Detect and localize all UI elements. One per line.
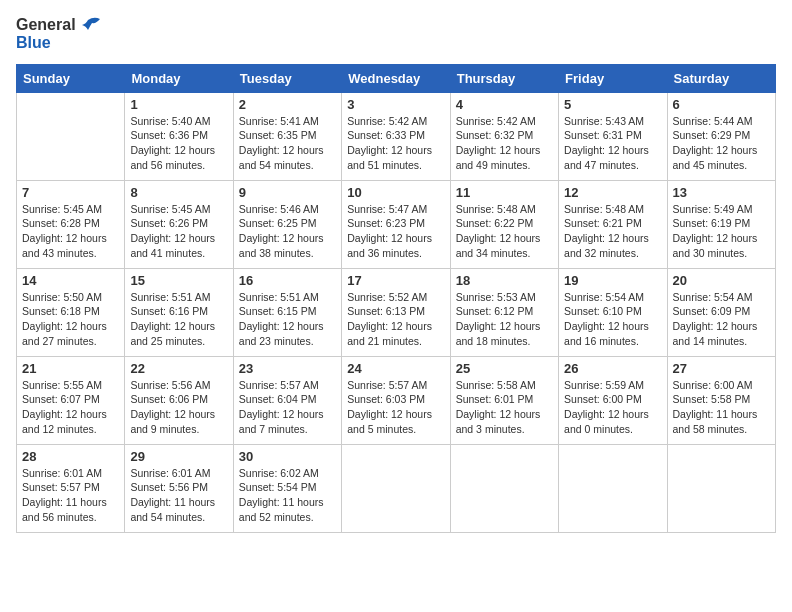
day-info: Sunrise: 5:57 AMSunset: 6:03 PMDaylight:…: [347, 378, 444, 437]
day-info: Sunrise: 5:46 AMSunset: 6:25 PMDaylight:…: [239, 202, 336, 261]
weekday-header: Saturday: [667, 64, 775, 92]
calendar-cell: 22Sunrise: 5:56 AMSunset: 6:06 PMDayligh…: [125, 356, 233, 444]
calendar-cell: 4Sunrise: 5:42 AMSunset: 6:32 PMDaylight…: [450, 92, 558, 180]
day-number: 10: [347, 185, 444, 200]
day-number: 14: [22, 273, 119, 288]
logo: General Blue: [16, 16, 100, 52]
calendar-cell: 1Sunrise: 5:40 AMSunset: 6:36 PMDaylight…: [125, 92, 233, 180]
day-info: Sunrise: 5:50 AMSunset: 6:18 PMDaylight:…: [22, 290, 119, 349]
calendar-cell: 6Sunrise: 5:44 AMSunset: 6:29 PMDaylight…: [667, 92, 775, 180]
calendar-cell: 13Sunrise: 5:49 AMSunset: 6:19 PMDayligh…: [667, 180, 775, 268]
weekday-header: Monday: [125, 64, 233, 92]
calendar-cell: 25Sunrise: 5:58 AMSunset: 6:01 PMDayligh…: [450, 356, 558, 444]
calendar-cell: 12Sunrise: 5:48 AMSunset: 6:21 PMDayligh…: [559, 180, 667, 268]
calendar-cell: 28Sunrise: 6:01 AMSunset: 5:57 PMDayligh…: [17, 444, 125, 532]
calendar-cell: 17Sunrise: 5:52 AMSunset: 6:13 PMDayligh…: [342, 268, 450, 356]
day-info: Sunrise: 5:40 AMSunset: 6:36 PMDaylight:…: [130, 114, 227, 173]
day-number: 21: [22, 361, 119, 376]
calendar-cell: [559, 444, 667, 532]
weekday-header-row: SundayMondayTuesdayWednesdayThursdayFrid…: [17, 64, 776, 92]
day-info: Sunrise: 5:54 AMSunset: 6:09 PMDaylight:…: [673, 290, 770, 349]
day-number: 18: [456, 273, 553, 288]
calendar-cell: 8Sunrise: 5:45 AMSunset: 6:26 PMDaylight…: [125, 180, 233, 268]
day-number: 6: [673, 97, 770, 112]
day-number: 9: [239, 185, 336, 200]
logo-general: General: [16, 16, 76, 34]
day-info: Sunrise: 5:51 AMSunset: 6:16 PMDaylight:…: [130, 290, 227, 349]
calendar-cell: 10Sunrise: 5:47 AMSunset: 6:23 PMDayligh…: [342, 180, 450, 268]
day-number: 19: [564, 273, 661, 288]
day-number: 2: [239, 97, 336, 112]
calendar-cell: [342, 444, 450, 532]
calendar-table: SundayMondayTuesdayWednesdayThursdayFrid…: [16, 64, 776, 533]
week-row: 14Sunrise: 5:50 AMSunset: 6:18 PMDayligh…: [17, 268, 776, 356]
day-number: 13: [673, 185, 770, 200]
day-number: 22: [130, 361, 227, 376]
calendar-cell: [667, 444, 775, 532]
day-number: 12: [564, 185, 661, 200]
day-info: Sunrise: 5:56 AMSunset: 6:06 PMDaylight:…: [130, 378, 227, 437]
calendar-cell: 16Sunrise: 5:51 AMSunset: 6:15 PMDayligh…: [233, 268, 341, 356]
day-number: 17: [347, 273, 444, 288]
calendar-cell: 5Sunrise: 5:43 AMSunset: 6:31 PMDaylight…: [559, 92, 667, 180]
calendar-cell: 9Sunrise: 5:46 AMSunset: 6:25 PMDaylight…: [233, 180, 341, 268]
day-number: 29: [130, 449, 227, 464]
day-number: 25: [456, 361, 553, 376]
day-info: Sunrise: 6:01 AMSunset: 5:56 PMDaylight:…: [130, 466, 227, 525]
week-row: 1Sunrise: 5:40 AMSunset: 6:36 PMDaylight…: [17, 92, 776, 180]
calendar-cell: 2Sunrise: 5:41 AMSunset: 6:35 PMDaylight…: [233, 92, 341, 180]
day-info: Sunrise: 5:45 AMSunset: 6:26 PMDaylight:…: [130, 202, 227, 261]
calendar-cell: 11Sunrise: 5:48 AMSunset: 6:22 PMDayligh…: [450, 180, 558, 268]
day-number: 20: [673, 273, 770, 288]
day-info: Sunrise: 5:42 AMSunset: 6:33 PMDaylight:…: [347, 114, 444, 173]
day-number: 28: [22, 449, 119, 464]
calendar-cell: 29Sunrise: 6:01 AMSunset: 5:56 PMDayligh…: [125, 444, 233, 532]
day-number: 16: [239, 273, 336, 288]
week-row: 7Sunrise: 5:45 AMSunset: 6:28 PMDaylight…: [17, 180, 776, 268]
day-info: Sunrise: 5:48 AMSunset: 6:22 PMDaylight:…: [456, 202, 553, 261]
weekday-header: Thursday: [450, 64, 558, 92]
day-info: Sunrise: 5:43 AMSunset: 6:31 PMDaylight:…: [564, 114, 661, 173]
calendar-cell: 30Sunrise: 6:02 AMSunset: 5:54 PMDayligh…: [233, 444, 341, 532]
day-info: Sunrise: 5:57 AMSunset: 6:04 PMDaylight:…: [239, 378, 336, 437]
day-info: Sunrise: 5:45 AMSunset: 6:28 PMDaylight:…: [22, 202, 119, 261]
calendar-cell: [17, 92, 125, 180]
weekday-header: Friday: [559, 64, 667, 92]
calendar-cell: 21Sunrise: 5:55 AMSunset: 6:07 PMDayligh…: [17, 356, 125, 444]
day-info: Sunrise: 5:55 AMSunset: 6:07 PMDaylight:…: [22, 378, 119, 437]
logo-bird-icon: [78, 16, 100, 34]
calendar-cell: 3Sunrise: 5:42 AMSunset: 6:33 PMDaylight…: [342, 92, 450, 180]
page-header: General Blue: [16, 16, 776, 52]
day-info: Sunrise: 5:47 AMSunset: 6:23 PMDaylight:…: [347, 202, 444, 261]
day-info: Sunrise: 5:51 AMSunset: 6:15 PMDaylight:…: [239, 290, 336, 349]
calendar-cell: 7Sunrise: 5:45 AMSunset: 6:28 PMDaylight…: [17, 180, 125, 268]
week-row: 28Sunrise: 6:01 AMSunset: 5:57 PMDayligh…: [17, 444, 776, 532]
day-number: 1: [130, 97, 227, 112]
calendar-cell: 24Sunrise: 5:57 AMSunset: 6:03 PMDayligh…: [342, 356, 450, 444]
day-number: 30: [239, 449, 336, 464]
calendar-cell: 27Sunrise: 6:00 AMSunset: 5:58 PMDayligh…: [667, 356, 775, 444]
day-info: Sunrise: 5:49 AMSunset: 6:19 PMDaylight:…: [673, 202, 770, 261]
weekday-header: Sunday: [17, 64, 125, 92]
calendar-cell: 23Sunrise: 5:57 AMSunset: 6:04 PMDayligh…: [233, 356, 341, 444]
calendar-cell: 20Sunrise: 5:54 AMSunset: 6:09 PMDayligh…: [667, 268, 775, 356]
day-info: Sunrise: 5:52 AMSunset: 6:13 PMDaylight:…: [347, 290, 444, 349]
day-number: 11: [456, 185, 553, 200]
calendar-cell: 14Sunrise: 5:50 AMSunset: 6:18 PMDayligh…: [17, 268, 125, 356]
day-info: Sunrise: 5:44 AMSunset: 6:29 PMDaylight:…: [673, 114, 770, 173]
day-number: 4: [456, 97, 553, 112]
day-number: 15: [130, 273, 227, 288]
day-info: Sunrise: 6:00 AMSunset: 5:58 PMDaylight:…: [673, 378, 770, 437]
calendar-cell: [450, 444, 558, 532]
day-info: Sunrise: 6:02 AMSunset: 5:54 PMDaylight:…: [239, 466, 336, 525]
day-number: 5: [564, 97, 661, 112]
day-number: 27: [673, 361, 770, 376]
weekday-header: Tuesday: [233, 64, 341, 92]
day-number: 7: [22, 185, 119, 200]
day-info: Sunrise: 5:42 AMSunset: 6:32 PMDaylight:…: [456, 114, 553, 173]
day-number: 26: [564, 361, 661, 376]
logo-blue: Blue: [16, 34, 100, 52]
day-info: Sunrise: 5:54 AMSunset: 6:10 PMDaylight:…: [564, 290, 661, 349]
day-number: 24: [347, 361, 444, 376]
week-row: 21Sunrise: 5:55 AMSunset: 6:07 PMDayligh…: [17, 356, 776, 444]
